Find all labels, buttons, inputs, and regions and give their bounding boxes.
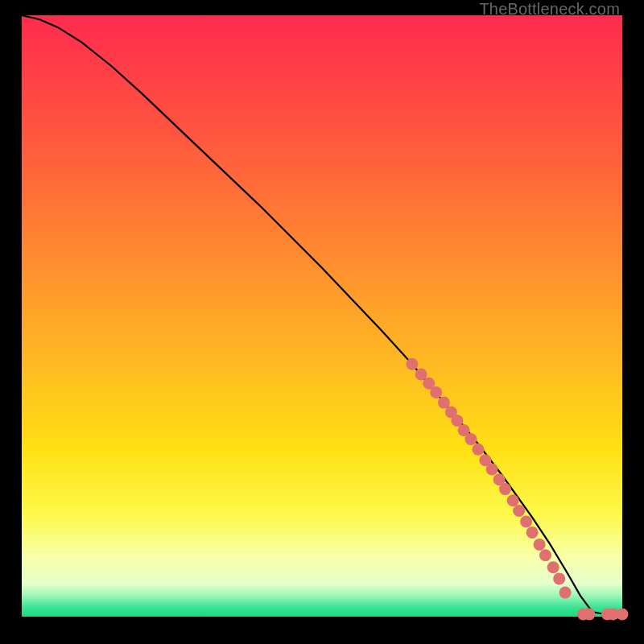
data-marker xyxy=(534,539,546,551)
data-marker xyxy=(553,572,565,584)
data-marker xyxy=(507,494,519,506)
data-marker xyxy=(465,433,477,445)
data-marker xyxy=(406,358,418,370)
data-marker xyxy=(430,386,442,398)
chart-svg xyxy=(0,0,644,644)
watermark-text: TheBottleneck.com xyxy=(479,0,620,19)
data-marker xyxy=(520,516,532,528)
data-marker xyxy=(486,464,498,476)
data-marker xyxy=(584,609,596,621)
data-marker xyxy=(539,549,551,561)
data-marker xyxy=(617,609,629,621)
data-marker xyxy=(559,587,572,599)
chart-frame: TheBottleneck.com xyxy=(0,0,644,644)
data-marker xyxy=(547,561,559,573)
data-marker xyxy=(499,483,511,495)
data-marker xyxy=(526,526,539,539)
data-marker xyxy=(438,397,450,409)
data-marker xyxy=(473,444,485,456)
data-marker xyxy=(513,505,525,517)
